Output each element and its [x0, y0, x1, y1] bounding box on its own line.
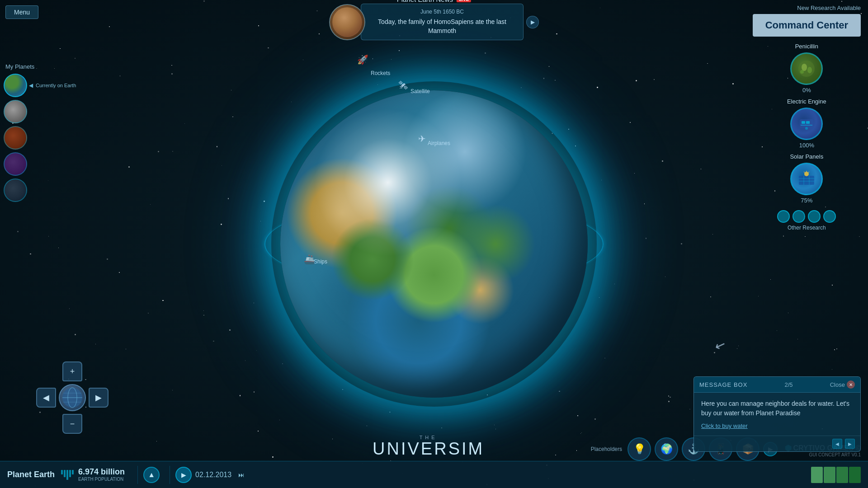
message-box-text: Here you can manage neighbor deals for w…	[701, 399, 853, 418]
svg-rect-5	[802, 121, 805, 124]
news-text: Today, the family of HomoSapiens ate the…	[370, 18, 514, 35]
my-planets-label: My Planets	[4, 63, 34, 70]
command-center-button[interactable]: Command Center	[753, 14, 861, 37]
svg-line-17	[804, 172, 805, 173]
moon-thumbnail[interactable]	[4, 100, 27, 123]
color-block-green	[811, 467, 823, 483]
nav-up-button[interactable]: +	[62, 361, 82, 381]
skip-button[interactable]: ⏭	[235, 469, 248, 481]
research-item-solar-panels[interactable]: Solar Panels 75%	[790, 153, 823, 204]
menu-button[interactable]: Menu	[5, 5, 38, 19]
message-box: MESSAGE BOX 2/5 Close ✕ Here you can man…	[693, 376, 861, 452]
population-label: EARTH POPULATION	[78, 477, 127, 482]
satellite-label: Satellite	[410, 88, 430, 94]
red-planet-thumbnail[interactable]	[4, 126, 27, 150]
buy-water-link[interactable]: Click to buy water	[701, 422, 853, 429]
svg-rect-9	[799, 176, 814, 185]
svg-line-16	[808, 172, 809, 173]
airplanes-label: Airplanes	[428, 140, 450, 146]
news-next-button[interactable]: ▶	[526, 16, 539, 28]
research-dot-2[interactable]	[793, 210, 805, 223]
rockets-label: Rockets	[371, 70, 390, 76]
nav-center-globe[interactable]	[59, 384, 86, 411]
airplane-icon: ✈	[418, 133, 426, 144]
svg-rect-6	[806, 121, 810, 124]
logo-universim-text: UNIVERSIM	[373, 440, 484, 457]
crytivo-version: GUI CONCEPT ART V0.1	[785, 452, 861, 457]
pop-bar-4	[69, 470, 71, 477]
close-x-icon[interactable]: ✕	[847, 380, 855, 389]
svg-point-2	[807, 67, 812, 73]
other-research-dots	[777, 210, 836, 223]
sidebar-planet-red[interactable]	[4, 126, 27, 150]
penicillin-label: Penicillin	[795, 43, 818, 50]
planet-glow	[271, 81, 597, 407]
nav-left-button[interactable]: ◀	[36, 388, 56, 408]
electric-engine-percent: 100%	[799, 142, 814, 149]
population-number: 6.974 billion	[78, 467, 125, 477]
color-block-darkest-green	[849, 467, 861, 483]
placeholders-label: Placeholders	[591, 446, 622, 452]
earth-thumbnail[interactable]	[4, 74, 27, 97]
population-chart-icon	[61, 470, 74, 480]
color-block-dark-green	[836, 467, 848, 483]
svg-point-1	[802, 64, 807, 71]
msg-next-button[interactable]: ▶	[845, 439, 855, 449]
placeholder-lightbulb[interactable]: 💡	[627, 437, 651, 461]
sidebar-planet-purple[interactable]	[4, 152, 27, 176]
news-content: June 5th 1650 BC Today, the family of Ho…	[361, 4, 524, 40]
bottom-right-section	[811, 467, 861, 483]
solar-panels-icon[interactable]	[790, 163, 823, 195]
penicillin-percent: 0%	[802, 87, 811, 94]
nav-cross: + − ◀ ▶	[36, 361, 108, 434]
sidebar-planet-earth[interactable]: ◀ Currently on Earth	[4, 74, 76, 97]
svg-point-3	[800, 70, 804, 74]
message-box-close-button[interactable]: Close ✕	[830, 380, 855, 389]
satellite-icon: 🛰	[399, 80, 408, 91]
current-arrow-icon: ◀	[29, 82, 33, 89]
pop-bar-3	[66, 470, 68, 480]
svg-point-8	[805, 127, 808, 130]
placeholder-globe[interactable]: 🌍	[655, 437, 678, 461]
electric-engine-icon[interactable]	[790, 108, 823, 140]
ships-icon: 🚢	[304, 254, 315, 265]
news-avatar	[329, 4, 365, 40]
other-research-section: Other Research	[777, 210, 836, 231]
new-research-label: New Research Available	[753, 5, 861, 11]
purple-planet-thumbnail[interactable]	[4, 152, 27, 176]
avatar-face	[332, 7, 362, 37]
separator-1	[137, 466, 138, 484]
game-logo: THE UNIVERSIM	[373, 435, 484, 457]
current-planet-indicator: ◀ Currently on Earth	[29, 82, 76, 89]
research-dot-3[interactable]	[808, 210, 821, 223]
dark-planet-thumbnail[interactable]	[4, 178, 27, 202]
pop-bar-2	[64, 470, 66, 477]
bottom-planet-name: Planet Earth	[7, 470, 55, 479]
current-label: Currently on Earth	[36, 83, 76, 88]
message-box-body: Here you can manage neighbor deals for w…	[694, 393, 860, 436]
research-dot-1[interactable]	[777, 210, 790, 223]
live-badge: LIVE	[457, 0, 471, 2]
rocket-icon: 🚀	[357, 54, 368, 65]
navigation-control: + − ◀ ▶	[36, 361, 108, 434]
color-block-mid-green	[824, 467, 835, 483]
bottom-bar: Planet Earth 6.974 billion EARTH POPULAT…	[0, 461, 868, 488]
research-item-electric-engine[interactable]: Electric Engine 100%	[787, 98, 826, 149]
msg-prev-button[interactable]: ◀	[832, 439, 842, 449]
planet-earth-container[interactable]	[271, 81, 597, 407]
scroll-up-button[interactable]: ▲	[143, 467, 160, 483]
nav-down-button[interactable]: −	[62, 414, 82, 434]
ships-label: Ships	[314, 258, 327, 265]
penicillin-icon[interactable]	[790, 52, 823, 85]
pop-bar-1	[61, 470, 63, 474]
sidebar-planet-dark[interactable]	[4, 178, 27, 202]
electric-engine-label: Electric Engine	[787, 98, 826, 105]
research-item-penicillin[interactable]: Penicillin 0%	[790, 43, 823, 94]
solar-panels-percent: 75%	[801, 197, 812, 204]
sidebar-planet-moon[interactable]	[4, 100, 27, 123]
research-dot-4[interactable]	[823, 210, 836, 223]
other-research-label: Other Research	[788, 225, 826, 231]
nav-right-button[interactable]: ▶	[89, 388, 108, 408]
message-box-header: MESSAGE BOX 2/5 Close ✕	[694, 377, 860, 393]
play-button[interactable]: ▶	[175, 467, 192, 483]
